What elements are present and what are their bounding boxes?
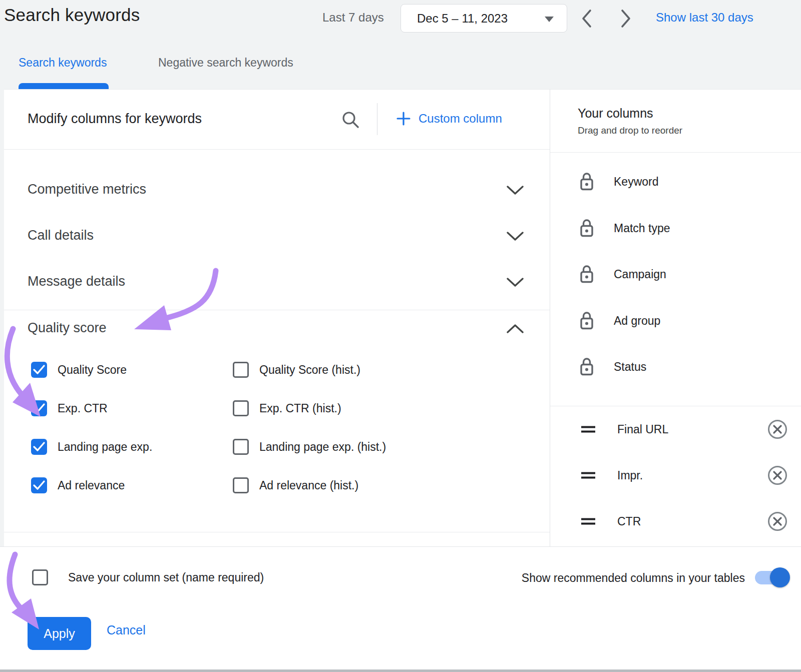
recommended-columns-toggle[interactable] bbox=[755, 567, 790, 587]
header-divider bbox=[377, 103, 377, 135]
expand-competitive-metrics-button[interactable] bbox=[506, 185, 525, 196]
section-message-details[interactable]: Message details bbox=[28, 274, 125, 289]
option-label: Exp. CTR bbox=[58, 402, 108, 415]
option-exp-ctr-hist[interactable]: Exp. CTR (hist.) bbox=[233, 400, 341, 416]
exp-ctr-hist-checkbox[interactable] bbox=[233, 400, 249, 416]
divider bbox=[550, 152, 801, 153]
option-label: Exp. CTR (hist.) bbox=[259, 402, 341, 415]
check-icon bbox=[33, 364, 46, 376]
option-label: Quality Score (hist.) bbox=[259, 363, 360, 377]
expand-call-details-button[interactable] bbox=[506, 231, 525, 242]
section-call-details[interactable]: Call details bbox=[28, 228, 94, 243]
cancel-button[interactable]: Cancel bbox=[107, 623, 146, 637]
option-ad-relevance[interactable]: Ad relevance bbox=[31, 477, 125, 493]
lock-icon bbox=[579, 172, 595, 192]
tab-negative-search-keywords[interactable]: Negative search keywords bbox=[158, 56, 293, 73]
column-label: Ad group bbox=[614, 314, 660, 328]
option-label: Quality Score bbox=[58, 363, 127, 377]
your-columns-subtitle: Drag and drop to reorder bbox=[578, 125, 682, 136]
column-label: Final URL bbox=[617, 423, 668, 436]
chevron-down-icon bbox=[508, 233, 523, 240]
option-landing-page-exp-hist[interactable]: Landing page exp. (hist.) bbox=[233, 439, 386, 455]
option-label: Landing page exp. bbox=[58, 440, 152, 454]
landing-page-exp-checkbox[interactable] bbox=[31, 439, 47, 455]
option-quality-score[interactable]: Quality Score bbox=[31, 362, 127, 378]
check-icon bbox=[33, 441, 46, 453]
save-column-set-label: Save your column set (name required) bbox=[68, 571, 264, 584]
remove-column-button[interactable] bbox=[767, 511, 788, 532]
expand-message-details-button[interactable] bbox=[506, 277, 525, 288]
save-column-set-checkbox[interactable] bbox=[32, 569, 48, 585]
section-quality-score[interactable]: Quality score bbox=[28, 320, 107, 336]
modify-columns-page: Search keywords Last 7 days Dec 5 – 11, … bbox=[0, 0, 801, 672]
column-label: Status bbox=[614, 360, 646, 374]
option-landing-page-exp[interactable]: Landing page exp. bbox=[31, 439, 152, 455]
previous-period-button[interactable] bbox=[580, 9, 595, 29]
chevron-down-icon bbox=[508, 279, 523, 286]
search-columns-button[interactable] bbox=[340, 110, 360, 130]
column-label: Keyword bbox=[614, 175, 658, 189]
date-range-label: Last 7 days bbox=[322, 11, 384, 25]
check-icon bbox=[33, 402, 46, 414]
chevron-up-icon bbox=[508, 325, 523, 332]
divider bbox=[4, 310, 550, 310]
remove-column-button[interactable] bbox=[767, 465, 788, 486]
lock-icon bbox=[579, 357, 595, 377]
lock-icon bbox=[579, 311, 595, 331]
divider bbox=[4, 149, 550, 150]
dropdown-caret-icon bbox=[545, 17, 554, 22]
remove-icon bbox=[767, 419, 788, 440]
page-title: Search keywords bbox=[4, 5, 140, 25]
chevron-right-icon bbox=[622, 11, 629, 27]
your-columns-panel: Your columns Drag and drop to reorder Ke… bbox=[550, 89, 801, 546]
landing-page-exp-hist-checkbox[interactable] bbox=[233, 439, 249, 455]
modify-columns-title: Modify columns for keywords bbox=[28, 111, 202, 127]
lock-icon bbox=[579, 218, 595, 238]
remove-icon bbox=[767, 465, 788, 486]
option-quality-score-hist[interactable]: Quality Score (hist.) bbox=[233, 362, 360, 378]
divider bbox=[4, 532, 550, 532]
drag-handle-icon[interactable] bbox=[580, 517, 597, 525]
modify-columns-panel: Modify columns for keywords Custom colum… bbox=[4, 89, 550, 546]
next-period-button[interactable] bbox=[618, 9, 633, 29]
your-columns-title: Your columns bbox=[578, 106, 653, 121]
toggle-knob bbox=[770, 567, 790, 587]
option-ad-relevance-hist[interactable]: Ad relevance (hist.) bbox=[233, 477, 358, 493]
check-icon bbox=[33, 479, 46, 491]
ad-relevance-hist-checkbox[interactable] bbox=[233, 477, 249, 493]
exp-ctr-checkbox[interactable] bbox=[31, 400, 47, 416]
option-exp-ctr[interactable]: Exp. CTR bbox=[31, 400, 108, 416]
tab-search-keywords[interactable]: Search keywords bbox=[19, 56, 107, 73]
collapse-quality-score-button[interactable] bbox=[506, 323, 525, 334]
save-column-set-option[interactable]: Save your column set (name required) bbox=[32, 569, 264, 585]
footer-bar: Save your column set (name required) Sho… bbox=[0, 546, 801, 669]
chevron-left-icon bbox=[583, 11, 590, 27]
column-label: Campaign bbox=[614, 268, 666, 281]
ad-relevance-checkbox[interactable] bbox=[31, 477, 47, 493]
option-label: Ad relevance (hist.) bbox=[259, 479, 358, 492]
chevron-down-icon bbox=[508, 187, 523, 194]
option-label: Landing page exp. (hist.) bbox=[259, 440, 386, 454]
divider bbox=[550, 406, 801, 406]
quality-score-checkbox[interactable] bbox=[31, 362, 47, 378]
section-competitive-metrics[interactable]: Competitive metrics bbox=[28, 182, 146, 197]
column-label: CTR bbox=[617, 515, 641, 528]
drag-handle-icon[interactable] bbox=[580, 425, 597, 433]
column-label: Match type bbox=[614, 222, 670, 235]
date-range-value: Dec 5 – 11, 2023 bbox=[417, 12, 508, 26]
search-icon bbox=[340, 110, 360, 130]
show-last-30-days-link[interactable]: Show last 30 days bbox=[656, 11, 753, 25]
quality-score-hist-checkbox[interactable] bbox=[233, 362, 249, 378]
plus-icon bbox=[395, 111, 412, 127]
page-bottom-edge bbox=[0, 669, 801, 672]
recommended-columns-label: Show recommended columns in your tables bbox=[522, 571, 745, 585]
option-label: Ad relevance bbox=[58, 479, 125, 492]
remove-column-button[interactable] bbox=[767, 419, 788, 440]
column-label: Impr. bbox=[617, 469, 643, 482]
apply-button[interactable]: Apply bbox=[28, 617, 91, 650]
custom-column-label: Custom column bbox=[419, 112, 502, 126]
drag-handle-icon[interactable] bbox=[580, 471, 597, 479]
custom-column-button[interactable]: Custom column bbox=[395, 111, 502, 127]
lock-icon bbox=[579, 264, 595, 284]
date-range-select[interactable]: Dec 5 – 11, 2023 bbox=[400, 4, 567, 33]
